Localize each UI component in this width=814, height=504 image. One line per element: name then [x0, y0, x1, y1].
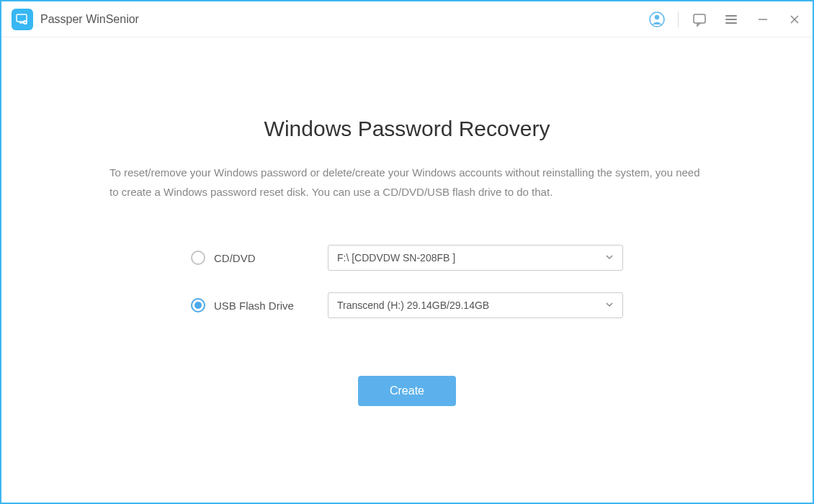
- usb-option-row: USB Flash Drive Transcend (H:) 29.14GB/2…: [191, 292, 623, 318]
- feedback-icon[interactable]: [689, 9, 710, 30]
- description-text: To reset/remove your Windows password or…: [109, 163, 705, 202]
- cd-radio-label: CD/DVD: [214, 252, 256, 264]
- menu-icon[interactable]: [720, 9, 742, 30]
- app-title: Passper WinSenior: [40, 13, 139, 26]
- chevron-down-icon: [605, 299, 614, 312]
- cd-radio[interactable]: [191, 251, 205, 265]
- usb-dropdown-value: Transcend (H:) 29.14GB/29.14GB: [337, 300, 489, 311]
- create-button[interactable]: Create: [358, 376, 456, 406]
- close-button[interactable]: [784, 9, 805, 30]
- titlebar: Passper WinSenior: [1, 1, 813, 37]
- minimize-button[interactable]: [752, 9, 774, 30]
- titlebar-right: [646, 9, 805, 30]
- svg-rect-6: [694, 14, 705, 23]
- usb-radio[interactable]: [191, 298, 205, 312]
- disk-options: CD/DVD F:\ [CDDVDW SN-208FB ] USB Flash …: [109, 245, 705, 318]
- cd-radio-group[interactable]: CD/DVD: [191, 251, 313, 265]
- main-content: Windows Password Recovery To reset/remov…: [1, 37, 813, 406]
- chevron-down-icon: [605, 251, 614, 264]
- cd-option-row: CD/DVD F:\ [CDDVDW SN-208FB ]: [191, 245, 623, 271]
- cd-dropdown[interactable]: F:\ [CDDVDW SN-208FB ]: [328, 245, 623, 271]
- usb-dropdown[interactable]: Transcend (H:) 29.14GB/29.14GB: [328, 292, 623, 318]
- monitor-key-icon: [15, 12, 30, 27]
- cd-dropdown-value: F:\ [CDDVDW SN-208FB ]: [337, 252, 455, 264]
- usb-radio-label: USB Flash Drive: [214, 300, 294, 312]
- user-icon[interactable]: [646, 9, 668, 30]
- usb-radio-group[interactable]: USB Flash Drive: [191, 298, 313, 312]
- titlebar-left: Passper WinSenior: [12, 9, 139, 30]
- app-icon: [12, 9, 33, 30]
- page-title: Windows Password Recovery: [109, 117, 705, 141]
- svg-point-3: [24, 22, 26, 23]
- svg-point-5: [655, 14, 659, 19]
- divider: [678, 12, 679, 27]
